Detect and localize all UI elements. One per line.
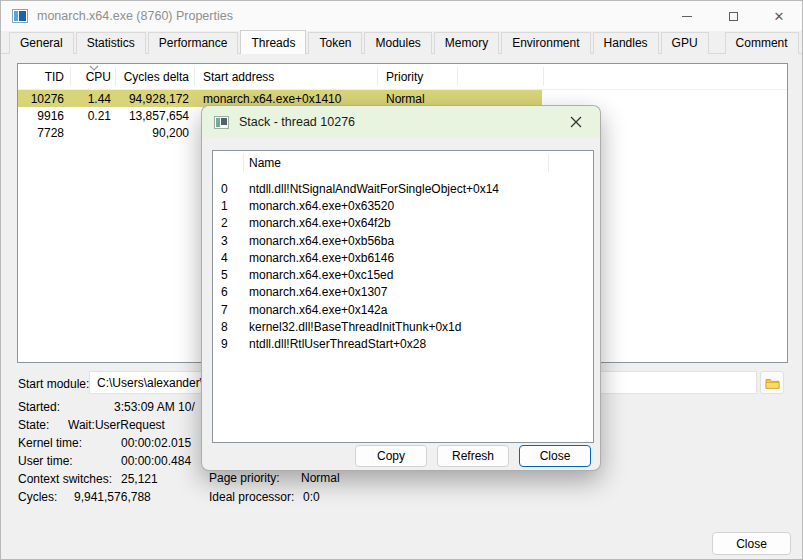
app-icon (12, 9, 28, 23)
frame-index: 0 (221, 182, 228, 196)
state-value: Wait:UserRequest (68, 418, 165, 432)
frame-name: monarch.x64.exe+0xc15ed (249, 268, 393, 282)
frame-index: 1 (221, 199, 228, 213)
tab-token[interactable]: Token (308, 32, 362, 54)
maximize-icon (729, 12, 738, 21)
kernel-time-label: Kernel time: (18, 436, 82, 450)
column-header-cycles-delta[interactable]: Cycles delta (115, 64, 189, 89)
close-icon: ✕ (774, 10, 785, 23)
tab-comment[interactable]: Comment (725, 32, 799, 54)
frame-name: monarch.x64.exe+0x1307 (249, 285, 387, 299)
cell-tid: 9916 (18, 107, 64, 124)
stack-dialog: Stack - thread 10276 Name 0ntdll.dll!NtS… (201, 105, 601, 471)
frame-name: monarch.x64.exe+0xb6146 (249, 251, 394, 265)
window-title: monarch.x64.exe (8760) Properties (37, 9, 233, 23)
stack-dialog-icon (214, 116, 229, 129)
kernel-time-value: 00:00:02.015 (121, 436, 191, 450)
frame-index: 3 (221, 234, 228, 248)
frame-name: ntdll.dll!NtSignalAndWaitForSingleObject… (249, 182, 499, 196)
stack-frame-row[interactable]: 2monarch.x64.exe+0x64f2b (213, 215, 593, 232)
ideal-processor-value: 0:0 (303, 490, 320, 504)
cell-cpu: 0.21 (70, 107, 111, 124)
frame-index: 2 (221, 216, 228, 230)
tab-environment[interactable]: Environment (501, 32, 590, 54)
started-label: Started: (18, 400, 60, 414)
cell-cpu: 1.44 (70, 90, 111, 107)
user-time-value: 00:00:00.484 (121, 454, 191, 468)
stack-frame-row[interactable]: 4monarch.x64.exe+0xb6146 (213, 249, 593, 266)
maximize-button[interactable] (710, 1, 756, 31)
close-icon (570, 116, 582, 128)
stack-frame-row[interactable]: 6monarch.x64.exe+0x1307 (213, 284, 593, 301)
stack-frame-row[interactable]: 0ntdll.dll!NtSignalAndWaitForSingleObjec… (213, 180, 593, 197)
started-value: 3:53:09 AM 10/ (114, 400, 195, 414)
frame-index: 4 (221, 251, 228, 265)
frame-index: 8 (221, 320, 228, 334)
folder-icon (765, 377, 780, 389)
start-module-label: Start module: (18, 377, 89, 391)
stack-frame-row[interactable]: 7monarch.x64.exe+0x142a (213, 301, 593, 318)
start-module-value: C:\Users\alexander\D (97, 376, 212, 390)
stack-dialog-title: Stack - thread 10276 (239, 115, 355, 129)
context-switches-label: Context switches: (18, 472, 112, 486)
stack-dialog-close-button[interactable] (562, 112, 590, 132)
properties-window: monarch.x64.exe (8760) Properties ✕ Gene… (0, 0, 803, 560)
copy-label: Copy (377, 449, 405, 463)
column-header-name[interactable]: Name (249, 151, 281, 175)
column-header-tid[interactable]: TID (18, 64, 64, 89)
stack-close-button[interactable]: Close (519, 445, 591, 467)
cell-cycles: 13,857,654 (115, 107, 189, 124)
frame-index: 7 (221, 303, 228, 317)
user-time-label: User time: (18, 454, 73, 468)
page-priority-value: Normal (301, 471, 340, 485)
stack-frame-row[interactable]: 3monarch.x64.exe+0xb56ba (213, 232, 593, 249)
tab-modules[interactable]: Modules (364, 32, 431, 54)
stack-frame-row[interactable]: 8kernel32.dll!BaseThreadInitThunk+0x1d (213, 318, 593, 335)
close-window-button[interactable]: ✕ (756, 1, 802, 31)
refresh-label: Refresh (452, 449, 494, 463)
tab-performance[interactable]: Performance (148, 32, 239, 54)
minimize-icon (682, 16, 692, 17)
page-priority-label: Page priority: (209, 471, 280, 485)
frame-name: monarch.x64.exe+0x63520 (249, 199, 394, 213)
stack-frame-row[interactable]: 9ntdll.dll!RtlUserThreadStart+0x28 (213, 336, 593, 353)
frame-name: monarch.x64.exe+0x142a (249, 303, 387, 317)
tab-handles[interactable]: Handles (593, 32, 659, 54)
context-switches-value: 25,121 (121, 472, 158, 486)
tab-threads[interactable]: Threads (240, 30, 306, 54)
column-header-priority[interactable]: Priority (382, 64, 457, 89)
tab-statistics[interactable]: Statistics (76, 32, 146, 54)
stack-dialog-titlebar: Stack - thread 10276 (202, 106, 600, 138)
frame-name: monarch.x64.exe+0xb56ba (249, 234, 394, 248)
ideal-processor-label: Ideal processor: (209, 490, 294, 504)
tab-memory[interactable]: Memory (434, 32, 499, 54)
stack-frame-row[interactable]: 5monarch.x64.exe+0xc15ed (213, 266, 593, 283)
cycles-value: 9,941,576,788 (74, 490, 151, 504)
frame-name: monarch.x64.exe+0x64f2b (249, 216, 391, 230)
stack-frame-row[interactable]: 1monarch.x64.exe+0x63520 (213, 197, 593, 214)
frame-index: 5 (221, 268, 228, 282)
state-label: State: (18, 418, 49, 432)
threads-list-header: TID CPU Cycles delta Start address Prior… (18, 64, 787, 90)
tab-general[interactable]: General (9, 32, 74, 54)
frame-name: kernel32.dll!BaseThreadInitThunk+0x1d (249, 320, 461, 334)
refresh-button[interactable]: Refresh (437, 445, 509, 467)
properties-close-label: Close (736, 537, 767, 551)
frame-index: 6 (221, 285, 228, 299)
stack-frames-list: Name 0ntdll.dll!NtSignalAndWaitForSingle… (212, 150, 594, 443)
tab-gpu[interactable]: GPU (661, 32, 709, 54)
column-header-start-address[interactable]: Start address (199, 64, 377, 89)
title-bar: monarch.x64.exe (8760) Properties ✕ (1, 1, 802, 31)
stack-close-label: Close (540, 449, 571, 463)
properties-close-button[interactable]: Close (712, 532, 791, 555)
frame-name: ntdll.dll!RtlUserThreadStart+0x28 (249, 337, 426, 351)
sort-indicator-icon (88, 65, 100, 71)
cell-tid: 7728 (18, 124, 64, 141)
browse-module-button[interactable] (760, 371, 784, 394)
tab-strip: General Statistics Performance Threads T… (9, 32, 794, 54)
cycles-label: Cycles: (18, 490, 57, 504)
cell-tid: 10276 (18, 90, 64, 107)
minimize-button[interactable] (664, 1, 710, 31)
cell-cycles: 94,928,172 (115, 90, 189, 107)
copy-button[interactable]: Copy (355, 445, 427, 467)
